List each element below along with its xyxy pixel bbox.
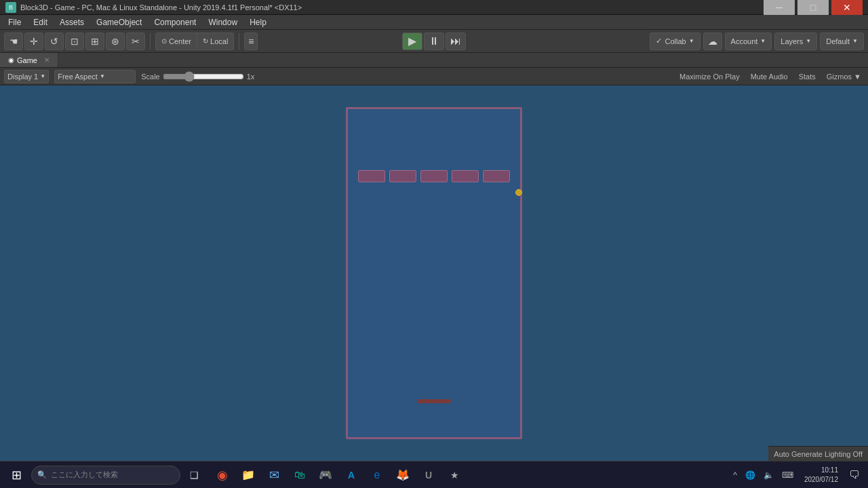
door-knob [515,189,522,196]
move-tool[interactable]: ✛ [24,33,43,50]
layers-toggle[interactable]: ≡ [244,33,258,50]
menu-assets[interactable]: Assets [54,16,90,28]
search-placeholder: ここに入力して検索 [51,470,118,480]
main-game-area [0,85,868,461]
maximize-button[interactable]: □ [797,0,829,15]
display-arrow-icon: ▼ [40,73,45,79]
close-button[interactable]: ✕ [831,0,863,15]
taskbar-gamepass[interactable]: 🎮 [313,463,338,487]
clock-date: 2020/07/12 [804,475,838,485]
menu-file[interactable]: File [3,16,26,28]
game-tab[interactable]: ◉ Game ✕ [0,53,58,67]
step-button[interactable]: ⏭ [446,33,466,50]
account-label: Account [731,37,758,45]
game-toolbar: Display 1 ▼ Free Aspect ▼ Scale 1x Maxim… [0,68,868,85]
window-controls: ─ □ ✕ [764,0,863,15]
notification-icon[interactable]: 🗨 [846,468,863,483]
transform-tools: ☚ ✛ ↺ ⊡ ⊞ ⊛ ✂ [4,33,145,50]
scale-label: Scale [141,73,160,81]
title-bar: B Block3D - Game - PC, Mac & Linux Stand… [0,0,868,15]
gizmos-label: Gizmos [827,73,852,81]
default-dropdown[interactable]: Default ▼ [820,33,864,50]
custom-tool[interactable]: ✂ [126,33,145,50]
tab-bar: ◉ Game ✕ [0,53,868,68]
taskbar-volume-icon[interactable]: 🔈 [761,468,776,483]
collab-check-icon: ✓ [656,37,662,45]
stats-button[interactable]: Stats [796,71,818,82]
taskbar-firefox[interactable]: 🦊 [391,463,415,487]
aspect-arrow-icon: ▼ [100,73,105,79]
taskbar-unity-icon[interactable]: U [416,463,441,487]
system-clock[interactable]: 10:11 2020/07/12 [799,466,844,485]
hand-tool[interactable]: ☚ [4,33,23,50]
taskbar-network-icon[interactable]: 🌐 [743,468,758,483]
taskbar-keyboard-icon[interactable]: ⌨ [779,468,796,483]
default-arrow-icon: ▼ [852,38,858,44]
game-tab-label: Game [17,56,37,64]
pivot-group: ⊙ Center ↻ Local [155,33,234,50]
taskbar-apps: ◉ 📁 ✉ 🛍 🎮 A e 🦊 U ★ [210,463,467,487]
brick-2 [389,170,416,182]
gizmos-button[interactable]: Gizmos ▼ [824,71,864,82]
center-label: Center [169,37,191,45]
search-box[interactable]: 🔍 ここに入力して検索 [31,466,180,485]
minimize-button[interactable]: ─ [764,0,795,15]
aspect-label: Free Aspect [58,73,98,81]
menu-edit[interactable]: Edit [28,16,53,28]
maximize-on-play-button[interactable]: Maximize On Play [677,71,743,82]
local-icon: ↻ [203,37,208,45]
taskbar-files[interactable]: 📁 [236,463,260,487]
taskbar-edge[interactable]: e [365,463,389,487]
aspect-select[interactable]: Free Aspect ▼ [54,70,136,83]
rotate-tool[interactable]: ↺ [45,33,64,50]
sep-2 [239,33,239,49]
brick-3 [420,170,448,182]
taskbar-store[interactable]: 🛍 [288,463,312,487]
cloud-button[interactable]: ☁ [703,33,722,50]
toolbar-right: ✓ Collab ▼ ☁ Account ▼ Layers ▼ Default … [650,33,864,50]
center-button[interactable]: ⊙ Center [155,33,197,50]
account-arrow-icon: ▼ [760,38,766,44]
bricks-container [355,170,513,182]
game-toolbar-right: Maximize On Play Mute Audio Stats Gizmos… [677,71,864,82]
display-label: Display 1 [7,73,38,81]
taskbar-app-extra[interactable]: ★ [442,463,467,487]
local-label: Local [210,37,228,45]
collab-label: Collab [665,37,686,45]
taskbar-mail[interactable]: ✉ [262,463,286,487]
taskbar-azure[interactable]: A [339,463,363,487]
menu-window[interactable]: Window [203,16,243,28]
menu-help[interactable]: Help [244,16,272,28]
chevron-up-icon[interactable]: ^ [730,468,740,483]
local-button[interactable]: ↻ Local [197,33,234,50]
collab-arrow-icon: ▼ [689,38,694,44]
collab-button[interactable]: ✓ Collab ▼ [650,33,700,50]
transform-tool[interactable]: ⊛ [106,33,125,50]
gizmos-arrow-icon: ▼ [854,73,861,81]
pause-button[interactable]: ⏸ [424,33,444,50]
menu-gameobject[interactable]: GameObject [91,16,147,28]
scale-control: Scale 1x [141,71,254,82]
account-dropdown[interactable]: Account ▼ [725,33,772,50]
task-view-button[interactable]: ❑ [182,463,206,487]
play-button[interactable]: ▶ [402,33,422,50]
start-button[interactable]: ⊞ [3,463,30,487]
rect-tool[interactable]: ⊞ [85,33,104,50]
mute-audio-button[interactable]: Mute Audio [748,71,791,82]
menu-component[interactable]: Component [149,16,201,28]
scale-tool[interactable]: ⊡ [65,33,84,50]
taskbar-chrome[interactable]: ◉ [210,463,235,487]
brick-5 [483,170,510,182]
taskbar: ⊞ 🔍 ここに入力して検索 ❑ ◉ 📁 ✉ 🛍 🎮 A e 🦊 U ★ ^ 🌐 … [0,461,868,488]
display-select[interactable]: Display 1 ▼ [4,70,49,83]
scale-slider[interactable] [163,71,244,82]
status-bar: Auto Generate Lighting Off [768,446,868,461]
sep-1 [150,33,151,49]
menu-bar: File Edit Assets GameObject Component Wi… [0,15,868,30]
app-icon: B [5,2,16,13]
layers-dropdown[interactable]: Layers ▼ [774,33,817,50]
close-tab-icon[interactable]: ✕ [44,56,50,64]
scale-value: 1x [247,73,255,81]
status-text: Auto Generate Lighting Off [774,450,863,458]
window-title: Block3D - Game - PC, Mac & Linux Standal… [20,3,302,12]
